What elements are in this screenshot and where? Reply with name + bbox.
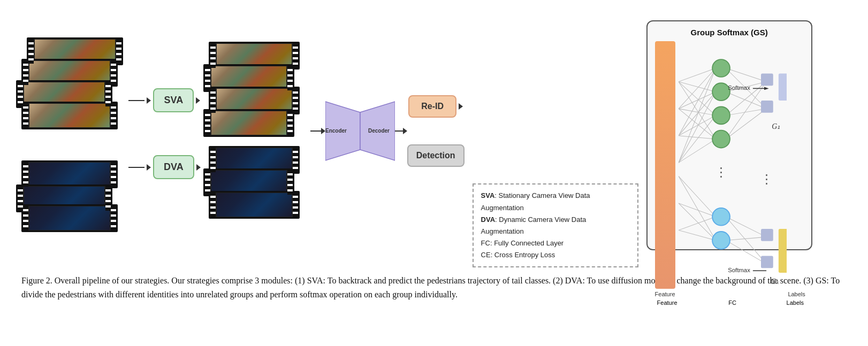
svg-line-13: [679, 109, 715, 116]
svg-line-35: [726, 217, 766, 264]
film-frame-4: [29, 104, 110, 127]
sva-out-arrowhead: [196, 97, 200, 104]
gs-bottom-labels: Feature FC Labels: [654, 299, 805, 306]
svg-line-33: [726, 109, 766, 139]
svg-line-18: [679, 135, 715, 139]
film-frame-night-3: [29, 206, 110, 230]
enc-dec-wrapper: Encoder Decoder: [325, 96, 395, 166]
mid-film-strip-night-3: [209, 191, 300, 219]
main-container: SVA DVA: [0, 0, 868, 312]
sva-row: SVA: [128, 88, 200, 112]
feature-label: Feature: [655, 291, 675, 297]
dec-out-line: [395, 130, 403, 132]
gs-section: Group Softmax (GS) Feature: [646, 20, 812, 250]
dec-out-arrowhead: [403, 128, 407, 134]
enc-arrow-line: [310, 130, 321, 132]
svg-line-31: [726, 109, 766, 116]
gs-inner: Feature: [654, 41, 805, 298]
mid-film-frame-4: [211, 111, 286, 135]
gs-panel: Group Softmax (GS) Feature: [646, 20, 812, 250]
dva-label: DVA: [164, 162, 184, 172]
film-strip-night-3: [21, 204, 118, 232]
legend-line-4: CE: Cross Entropy Loss: [481, 249, 630, 261]
svg-point-39: [712, 83, 730, 101]
svg-line-15: [679, 115, 715, 162]
svg-line-22: [679, 217, 715, 230]
dva-arrowhead: [147, 164, 151, 171]
dva-arrow-line: [128, 167, 144, 168]
svg-line-19: [679, 139, 715, 163]
input-film-strips: [16, 37, 123, 230]
svg-text:Softmax: Softmax: [728, 84, 750, 90]
mid-film-frame-night-1: [217, 148, 292, 172]
legend-line-2: DVA: Dynamic Camera View Data Augmentati…: [481, 214, 630, 237]
legend-section: SVA: Stationary Camera View Data Augment…: [473, 183, 638, 267]
legend-line-3: FC: Fully Connected Layer: [481, 237, 630, 249]
gs-labels-label: Labels: [787, 299, 803, 306]
mid-film-frame-night-2: [211, 171, 286, 194]
nn-svg: ⋮ ⋮ Softmax G₁ Softmax: [679, 41, 787, 298]
dva-out-arrowhead: [196, 164, 201, 171]
detection-row: Detection: [407, 144, 465, 167]
reid-row: Re-ID: [408, 95, 463, 118]
detection-label: Detection: [416, 151, 455, 160]
sva-box: SVA: [153, 88, 194, 112]
legend-dva-rest: : Dynamic Camera View Data Augmentation: [481, 216, 587, 235]
svg-line-29: [726, 91, 766, 109]
svg-text:⋮: ⋮: [715, 165, 727, 179]
svg-line-17: [679, 109, 715, 139]
svg-line-23: [679, 176, 715, 240]
enc-dec-arrow: [310, 128, 325, 134]
svg-text:Softmax: Softmax: [728, 266, 750, 273]
gs-fc-label: FC: [681, 299, 785, 306]
svg-point-45: [712, 232, 730, 249]
labels-column: Labels: [789, 41, 805, 298]
svg-line-26: [726, 68, 766, 81]
svg-text:Gₖ: Gₖ: [770, 278, 779, 286]
encoder-decoder-section: Encoder Decoder: [325, 96, 407, 166]
svg-point-38: [712, 59, 730, 77]
legend-sva-bold: SVA: [481, 191, 495, 199]
reid-label: Re-ID: [421, 102, 444, 111]
svg-line-25: [679, 230, 715, 240]
svg-rect-55: [761, 256, 773, 268]
output-film-strips: [203, 42, 305, 221]
reid-detection-section: Re-ID Detection: [407, 95, 465, 167]
svg-rect-52: [761, 73, 773, 86]
gs-title: Group Softmax (GS): [654, 28, 805, 37]
enc-arrowhead: [321, 128, 325, 134]
svg-point-40: [712, 106, 730, 124]
svg-text:⋮: ⋮: [760, 172, 772, 186]
svg-line-4: [679, 68, 715, 81]
sva-label: SVA: [164, 95, 183, 105]
film-strip-4: [21, 102, 118, 129]
sva-arrowhead: [147, 97, 151, 104]
svg-point-44: [712, 207, 730, 225]
svg-rect-54: [761, 228, 773, 241]
svg-line-9: [679, 91, 715, 109]
nn-area: ⋮ ⋮ Softmax G₁ Softmax: [679, 41, 787, 298]
svg-line-34: [726, 217, 766, 237]
feature-bar: [655, 41, 675, 289]
svg-text:Encoder: Encoder: [325, 128, 347, 134]
diagram-area: SVA DVA: [16, 11, 852, 267]
svg-rect-53: [761, 101, 773, 113]
mid-film-frame-1: [217, 44, 292, 67]
mid-film-strip-4: [203, 109, 294, 137]
reid-arrowhead: [459, 103, 463, 110]
svg-text:Decoder: Decoder: [368, 128, 390, 134]
svg-line-36: [726, 237, 766, 240]
svg-line-7: [679, 68, 715, 163]
svg-line-21: [679, 203, 715, 217]
svg-line-37: [726, 240, 766, 264]
night-film-strip-group: [16, 160, 123, 230]
legend-dva-bold: DVA: [481, 216, 495, 224]
dec-out-arrow: [395, 128, 407, 134]
dva-row: DVA: [128, 155, 201, 179]
detection-box: Detection: [407, 144, 465, 167]
day-film-strip-group: [16, 37, 123, 134]
dva-box: DVA: [153, 155, 194, 179]
labels-label: Labels: [788, 291, 805, 297]
mid-film-frame-2: [211, 66, 286, 90]
film-frame-night-1: [29, 163, 110, 186]
